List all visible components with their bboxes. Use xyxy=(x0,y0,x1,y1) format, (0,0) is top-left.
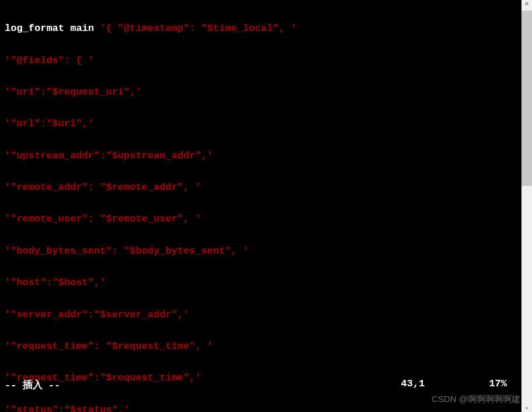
scrollbar-track[interactable] xyxy=(521,11,532,401)
code-line: '"server_addr":"$server_addr",' xyxy=(5,307,519,323)
code-line: '"request_time": "$request_time", ' xyxy=(5,338,519,354)
code-line: '"upstream_addr":"$upstream_addr",' xyxy=(5,148,519,164)
terminal-editor[interactable]: log_format main '{ "@timestamp": "$time_… xyxy=(0,0,521,412)
scroll-percent: 17% xyxy=(489,378,507,392)
code-line: log_format main '{ "@timestamp": "$time_… xyxy=(5,20,519,36)
vim-mode: -- 插入 -- xyxy=(5,378,60,392)
scrollbar-thumb[interactable] xyxy=(521,11,532,186)
cursor-position: 43,1 xyxy=(401,378,425,392)
code-line: '"@fields": { ' xyxy=(5,53,519,68)
code-line: '"url":"$uri",' xyxy=(5,116,519,131)
code-line: '"host":"$host",' xyxy=(5,275,519,290)
code-line: '"uri":"$request_uri",' xyxy=(5,84,519,100)
code-line: '"remote_addr": "$remote_addr", ' xyxy=(5,179,519,195)
vim-status-line: -- 插入 -- 43,1 17% xyxy=(5,378,519,392)
watermark: CSDN @啊啊啊啊啊建 xyxy=(432,394,520,405)
directive-keyword: log_format main xyxy=(5,23,100,34)
scroll-up-button[interactable]: ^ xyxy=(521,0,532,11)
code-line: '"body_bytes_sent": "$body_bytes_sent", … xyxy=(5,243,519,259)
string-literal: '{ "@timestamp": "$time_local", ' xyxy=(100,23,297,34)
scroll-down-button[interactable]: ⌄ xyxy=(521,401,532,412)
code-line: '"remote_user": "$remote_user", ' xyxy=(5,211,519,227)
vertical-scrollbar[interactable]: ^ ⌄ xyxy=(521,0,532,412)
